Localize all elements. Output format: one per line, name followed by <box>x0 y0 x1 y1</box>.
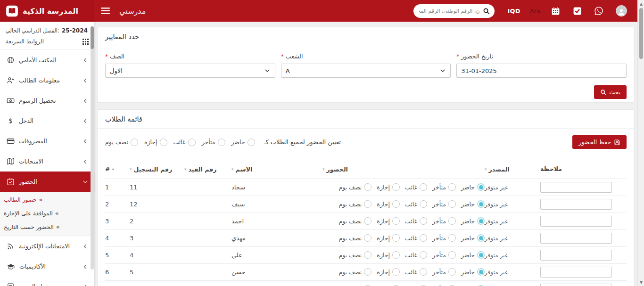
radio-half_day[interactable] <box>131 139 138 146</box>
column-header-1[interactable]: ▾رقم التسجيل <box>130 162 184 179</box>
column-header-4[interactable]: ▾الحضور <box>322 162 485 179</box>
row4-option-leave[interactable]: إجازة <box>377 234 400 242</box>
row1-option-late[interactable]: متأخر <box>432 183 456 191</box>
radio-leave[interactable] <box>392 183 400 191</box>
row5-option-late[interactable]: متأخر <box>432 251 456 259</box>
radio-late[interactable] <box>448 217 456 225</box>
sidebar-item-8[interactable]: الأكاديميات <box>0 256 94 277</box>
language-selector[interactable]: Ara <box>530 8 540 15</box>
row6-option-absent[interactable]: غائب <box>405 268 427 276</box>
note-input[interactable] <box>540 182 612 193</box>
column-header-0[interactable]: #▴ <box>105 162 130 179</box>
column-header-5[interactable]: ▾المصدر <box>485 162 540 179</box>
radio-present-checked[interactable] <box>477 183 485 191</box>
sidebar-scrollbar-thumb[interactable] <box>91 26 94 49</box>
row6-option-leave[interactable]: إجازة <box>377 268 400 276</box>
hamburger-menu-icon[interactable] <box>100 8 110 14</box>
sections-select[interactable]: A <box>281 64 451 78</box>
row3-option-late[interactable]: متأخر <box>432 217 456 225</box>
save-attendance-button[interactable]: حفظ الحضور <box>572 135 627 149</box>
global-search-input[interactable] <box>419 8 480 14</box>
row3-option-leave[interactable]: إجازة <box>377 217 400 225</box>
radio-half_day[interactable] <box>364 217 372 225</box>
radio-absent[interactable] <box>420 217 427 225</box>
radio-leave[interactable] <box>392 251 400 259</box>
row1-option-absent[interactable]: غائب <box>405 183 427 191</box>
search-button[interactable]: بحث <box>594 85 627 99</box>
radio-leave[interactable] <box>392 268 400 276</box>
sidebar-item-4[interactable]: المصروفات <box>0 131 94 151</box>
tasks-check-icon[interactable] <box>572 6 582 16</box>
row3-option-half_day[interactable]: نصف يوم <box>339 217 372 225</box>
radio-half_day[interactable] <box>364 183 372 191</box>
sidebar-item-2[interactable]: تحصيل الرسوم <box>0 90 94 111</box>
radio-late[interactable] <box>448 268 456 276</box>
radio-leave[interactable] <box>392 234 400 242</box>
global-search[interactable] <box>413 4 495 18</box>
note-input[interactable] <box>540 250 612 261</box>
radio-leave[interactable] <box>392 200 400 208</box>
sidebar-item-9[interactable]: خطة الدرس <box>0 277 94 286</box>
row5-option-present[interactable]: حاضر <box>461 251 485 259</box>
column-header-2[interactable]: ▾رقم القيد <box>184 162 231 179</box>
radio-present-checked[interactable] <box>477 268 485 276</box>
radio-absent[interactable] <box>188 139 196 146</box>
sidebar-subitem-2[interactable]: الحضور حسب التاريخ« <box>0 220 94 234</box>
radio-half_day[interactable] <box>364 251 372 259</box>
row2-option-present[interactable]: حاضر <box>461 200 485 208</box>
sidebar-subitem-1[interactable]: الموافقة على الإجازة« <box>0 206 94 220</box>
radio-half_day[interactable] <box>364 234 372 242</box>
quick-links-toggle[interactable]: الروابط السريعة <box>6 38 89 45</box>
row5-option-leave[interactable]: إجازة <box>377 251 400 259</box>
note-input[interactable] <box>540 284 612 286</box>
radio-leave[interactable] <box>160 139 167 146</box>
assign-all-option-late[interactable]: متأخر <box>202 139 225 146</box>
row4-option-half_day[interactable]: نصف يوم <box>339 234 372 242</box>
row2-option-leave[interactable]: إجازة <box>377 200 400 208</box>
scroll-up-arrow[interactable]: ▲ <box>638 0 644 7</box>
sidebar-item-5[interactable]: الامتحانات <box>0 151 94 172</box>
sidebar-subitem-0[interactable]: حضور الطالب« <box>0 193 94 206</box>
scroll-down-arrow[interactable]: ▼ <box>638 279 644 286</box>
radio-late[interactable] <box>448 251 456 259</box>
user-avatar[interactable] <box>616 5 627 16</box>
sidebar-item-6[interactable]: الحضور <box>0 172 94 192</box>
brand-logo[interactable]: المدرسة الذكية <box>0 0 94 22</box>
row3-option-present[interactable]: حاضر <box>461 217 485 225</box>
radio-late[interactable] <box>218 139 225 146</box>
sidebar-item-1[interactable]: معلومات الطالب <box>0 70 94 90</box>
assign-all-option-half_day[interactable]: نصف يوم <box>105 139 138 146</box>
row6-option-present[interactable]: حاضر <box>461 268 485 276</box>
radio-present-checked[interactable] <box>477 251 485 259</box>
sidebar-scrollbar-track[interactable] <box>91 26 94 270</box>
radio-absent[interactable] <box>420 234 427 242</box>
note-input[interactable] <box>540 233 612 244</box>
note-input[interactable] <box>540 199 612 210</box>
note-input[interactable] <box>540 216 612 227</box>
whatsapp-icon[interactable] <box>594 6 603 16</box>
currency-selector[interactable]: IQD <box>508 8 520 15</box>
radio-absent[interactable] <box>420 268 427 276</box>
row6-option-late[interactable]: متأخر <box>432 268 456 276</box>
radio-leave[interactable] <box>392 217 400 225</box>
row4-option-late[interactable]: متأخر <box>432 234 456 242</box>
radio-late[interactable] <box>448 200 456 208</box>
assign-all-option-leave[interactable]: إجازة <box>144 139 167 146</box>
row1-option-half_day[interactable]: نصف يوم <box>339 183 372 191</box>
radio-absent[interactable] <box>420 200 427 208</box>
radio-late[interactable] <box>448 183 456 191</box>
row2-option-half_day[interactable]: نصف يوم <box>339 200 372 208</box>
sidebar-item-0[interactable]: المكتب الأمامي <box>0 50 94 70</box>
assign-all-option-present[interactable]: حاضر <box>231 139 255 146</box>
sidebar-item-7[interactable]: الامتحانات الإلكترونية <box>0 236 94 256</box>
attendance_date-input[interactable]: 31-01-2025 <box>456 64 627 78</box>
row4-option-absent[interactable]: غائب <box>405 234 427 242</box>
row1-option-present[interactable]: حاضر <box>461 183 485 191</box>
radio-absent[interactable] <box>420 183 427 191</box>
window-scrollbar[interactable]: ▲ ▼ <box>637 0 644 286</box>
row1-option-leave[interactable]: إجازة <box>377 183 400 191</box>
radio-absent[interactable] <box>420 251 427 259</box>
note-input[interactable] <box>540 267 612 278</box>
row2-option-absent[interactable]: غائب <box>405 200 427 208</box>
radio-present-checked[interactable] <box>477 200 485 208</box>
